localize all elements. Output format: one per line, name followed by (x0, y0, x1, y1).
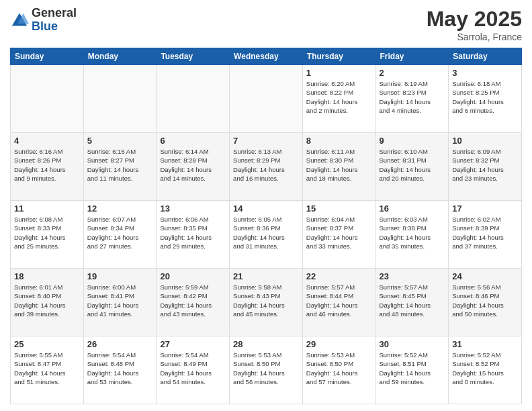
calendar-cell (157, 65, 230, 133)
col-header-tuesday: Tuesday (157, 48, 230, 65)
calendar-cell: 15Sunrise: 6:04 AM Sunset: 8:37 PM Dayli… (302, 201, 375, 269)
day-number: 30 (380, 339, 445, 349)
day-info: Sunrise: 6:06 AM Sunset: 8:35 PM Dayligh… (160, 215, 226, 250)
day-number: 15 (306, 203, 372, 214)
calendar-cell: 31Sunrise: 5:52 AM Sunset: 8:52 PM Dayli… (449, 336, 522, 404)
day-number: 31 (452, 339, 518, 349)
calendar-table: SundayMondayTuesdayWednesdayThursdayFrid… (10, 48, 522, 404)
day-number: 3 (452, 68, 518, 78)
calendar-cell (11, 65, 84, 133)
day-number: 27 (160, 339, 226, 349)
day-info: Sunrise: 6:16 AM Sunset: 8:26 PM Dayligh… (14, 147, 80, 183)
calendar-cell: 4Sunrise: 6:16 AM Sunset: 8:26 PM Daylig… (11, 133, 84, 201)
day-info: Sunrise: 5:55 AM Sunset: 8:47 PM Dayligh… (14, 351, 80, 386)
day-number: 11 (14, 203, 80, 214)
day-number: 14 (233, 203, 299, 214)
day-number: 22 (306, 271, 372, 281)
calendar-cell: 29Sunrise: 5:53 AM Sunset: 8:50 PM Dayli… (302, 336, 375, 404)
calendar-cell: 3Sunrise: 6:18 AM Sunset: 8:25 PM Daylig… (449, 65, 522, 133)
calendar-cell: 27Sunrise: 5:54 AM Sunset: 8:49 PM Dayli… (157, 336, 230, 404)
col-header-sunday: Sunday (11, 48, 84, 65)
calendar-week-1: 1Sunrise: 6:20 AM Sunset: 8:22 PM Daylig… (11, 65, 522, 133)
day-info: Sunrise: 6:10 AM Sunset: 8:31 PM Dayligh… (380, 147, 445, 183)
day-number: 1 (306, 68, 372, 78)
logo-blue: Blue (32, 20, 77, 34)
calendar-cell: 22Sunrise: 5:57 AM Sunset: 8:44 PM Dayli… (302, 269, 375, 336)
calendar-cell: 23Sunrise: 5:57 AM Sunset: 8:45 PM Dayli… (375, 269, 449, 336)
calendar-cell: 21Sunrise: 5:58 AM Sunset: 8:43 PM Dayli… (230, 269, 303, 336)
day-info: Sunrise: 5:58 AM Sunset: 8:43 PM Dayligh… (233, 283, 299, 318)
day-info: Sunrise: 6:19 AM Sunset: 8:23 PM Dayligh… (380, 79, 445, 115)
calendar-cell: 16Sunrise: 6:03 AM Sunset: 8:38 PM Dayli… (375, 201, 449, 269)
day-number: 9 (380, 136, 445, 146)
calendar-cell: 5Sunrise: 6:15 AM Sunset: 8:27 PM Daylig… (83, 133, 157, 201)
day-number: 28 (233, 339, 299, 349)
col-header-friday: Friday (375, 48, 449, 65)
day-number: 23 (380, 271, 445, 281)
calendar-cell: 17Sunrise: 6:02 AM Sunset: 8:39 PM Dayli… (449, 201, 522, 269)
day-number: 2 (380, 68, 445, 78)
calendar-cell (230, 65, 303, 133)
day-number: 8 (306, 136, 372, 146)
day-info: Sunrise: 6:00 AM Sunset: 8:41 PM Dayligh… (87, 283, 153, 318)
day-info: Sunrise: 5:53 AM Sunset: 8:50 PM Dayligh… (233, 351, 299, 386)
calendar-week-3: 11Sunrise: 6:08 AM Sunset: 8:33 PM Dayli… (11, 201, 522, 269)
subtitle: Sarrola, France (427, 32, 522, 42)
calendar-header-row: SundayMondayTuesdayWednesdayThursdayFrid… (11, 48, 522, 65)
day-info: Sunrise: 5:54 AM Sunset: 8:49 PM Dayligh… (160, 351, 226, 386)
day-info: Sunrise: 6:18 AM Sunset: 8:25 PM Dayligh… (452, 79, 518, 115)
day-number: 17 (452, 203, 518, 214)
calendar-cell: 19Sunrise: 6:00 AM Sunset: 8:41 PM Dayli… (83, 269, 157, 336)
day-number: 26 (87, 339, 153, 349)
main-title: May 2025 (427, 7, 522, 32)
col-header-saturday: Saturday (449, 48, 522, 65)
day-info: Sunrise: 6:14 AM Sunset: 8:28 PM Dayligh… (160, 147, 226, 183)
calendar-cell: 2Sunrise: 6:19 AM Sunset: 8:23 PM Daylig… (375, 65, 449, 133)
calendar-cell: 30Sunrise: 5:52 AM Sunset: 8:51 PM Dayli… (375, 336, 449, 404)
day-number: 12 (87, 203, 153, 214)
col-header-monday: Monday (83, 48, 157, 65)
day-number: 20 (160, 271, 226, 281)
day-info: Sunrise: 5:54 AM Sunset: 8:48 PM Dayligh… (87, 351, 153, 386)
day-info: Sunrise: 5:52 AM Sunset: 8:51 PM Dayligh… (380, 351, 445, 386)
calendar-cell (83, 65, 157, 133)
calendar-cell: 8Sunrise: 6:11 AM Sunset: 8:30 PM Daylig… (302, 133, 375, 201)
calendar-cell: 7Sunrise: 6:13 AM Sunset: 8:29 PM Daylig… (230, 133, 303, 201)
logo-general: General (32, 7, 77, 20)
day-info: Sunrise: 6:09 AM Sunset: 8:32 PM Dayligh… (452, 147, 518, 183)
day-number: 7 (233, 136, 299, 146)
title-block: May 2025 Sarrola, France (427, 7, 522, 42)
day-info: Sunrise: 6:20 AM Sunset: 8:22 PM Dayligh… (306, 79, 372, 115)
calendar-week-4: 18Sunrise: 6:01 AM Sunset: 8:40 PM Dayli… (11, 269, 522, 336)
calendar-cell: 6Sunrise: 6:14 AM Sunset: 8:28 PM Daylig… (157, 133, 230, 201)
day-number: 25 (14, 339, 80, 349)
day-number: 4 (14, 136, 80, 146)
page: General Blue May 2025 Sarrola, France Su… (0, 0, 532, 411)
day-info: Sunrise: 6:07 AM Sunset: 8:34 PM Dayligh… (87, 215, 153, 250)
day-info: Sunrise: 6:04 AM Sunset: 8:37 PM Dayligh… (306, 215, 372, 250)
day-number: 19 (87, 271, 153, 281)
day-info: Sunrise: 6:15 AM Sunset: 8:27 PM Dayligh… (87, 147, 153, 183)
calendar-cell: 10Sunrise: 6:09 AM Sunset: 8:32 PM Dayli… (449, 133, 522, 201)
day-info: Sunrise: 5:57 AM Sunset: 8:45 PM Dayligh… (380, 283, 445, 318)
calendar-cell: 26Sunrise: 5:54 AM Sunset: 8:48 PM Dayli… (83, 336, 157, 404)
calendar-cell: 24Sunrise: 5:56 AM Sunset: 8:46 PM Dayli… (449, 269, 522, 336)
header: General Blue May 2025 Sarrola, France (10, 7, 522, 42)
day-info: Sunrise: 5:56 AM Sunset: 8:46 PM Dayligh… (452, 283, 518, 318)
day-info: Sunrise: 5:57 AM Sunset: 8:44 PM Dayligh… (306, 283, 372, 318)
calendar-cell: 28Sunrise: 5:53 AM Sunset: 8:50 PM Dayli… (230, 336, 303, 404)
logo-icon (10, 11, 29, 30)
day-info: Sunrise: 5:53 AM Sunset: 8:50 PM Dayligh… (306, 351, 372, 386)
day-info: Sunrise: 6:13 AM Sunset: 8:29 PM Dayligh… (233, 147, 299, 183)
day-info: Sunrise: 6:08 AM Sunset: 8:33 PM Dayligh… (14, 215, 80, 250)
calendar-cell: 13Sunrise: 6:06 AM Sunset: 8:35 PM Dayli… (157, 201, 230, 269)
calendar-cell: 11Sunrise: 6:08 AM Sunset: 8:33 PM Dayli… (11, 201, 84, 269)
calendar-week-2: 4Sunrise: 6:16 AM Sunset: 8:26 PM Daylig… (11, 133, 522, 201)
day-number: 13 (160, 203, 226, 214)
calendar-cell: 14Sunrise: 6:05 AM Sunset: 8:36 PM Dayli… (230, 201, 303, 269)
day-info: Sunrise: 6:02 AM Sunset: 8:39 PM Dayligh… (452, 215, 518, 250)
logo-text: General Blue (32, 7, 77, 34)
day-info: Sunrise: 6:05 AM Sunset: 8:36 PM Dayligh… (233, 215, 299, 250)
col-header-thursday: Thursday (302, 48, 375, 65)
calendar-cell: 12Sunrise: 6:07 AM Sunset: 8:34 PM Dayli… (83, 201, 157, 269)
